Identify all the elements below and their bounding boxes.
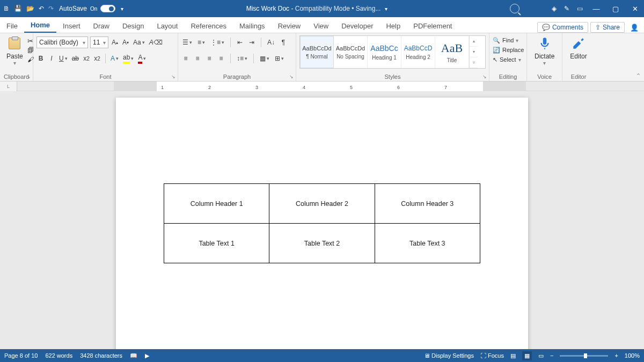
table-cell[interactable]: Table Text 1 bbox=[164, 224, 269, 263]
page[interactable]: Column Header 1 Column Header 2 Column H… bbox=[116, 98, 528, 349]
dialog-launcher-icon[interactable]: ↘ bbox=[289, 74, 294, 79]
save-icon[interactable]: 💾 bbox=[14, 5, 22, 12]
status-spell-icon[interactable]: 📖 bbox=[130, 352, 137, 359]
table-cell[interactable]: Table Text 2 bbox=[269, 224, 375, 263]
highlight-icon[interactable]: ab bbox=[122, 53, 135, 64]
zoom-slider[interactable] bbox=[560, 355, 608, 357]
borders-icon[interactable]: ⊞ bbox=[274, 53, 285, 64]
copy-icon[interactable]: 🗐 bbox=[27, 47, 34, 54]
paste-button[interactable]: Paste ▾ bbox=[3, 35, 26, 68]
clear-format-icon[interactable]: A⌫ bbox=[148, 36, 164, 48]
undo-icon[interactable]: ↶ bbox=[39, 5, 44, 12]
grow-font-icon[interactable]: A▴ bbox=[111, 36, 119, 48]
gallery-more-icon[interactable]: ▿ bbox=[470, 57, 478, 68]
cut-icon[interactable]: ✂ bbox=[27, 37, 34, 45]
style-nospacing[interactable]: AaBbCcDdNo Spacing bbox=[334, 36, 368, 68]
autosave-toggle[interactable]: AutoSave On bbox=[59, 5, 115, 12]
collapse-ribbon-icon[interactable]: ⌃ bbox=[636, 72, 641, 79]
font-color-icon[interactable]: A bbox=[137, 53, 147, 64]
plug-icon[interactable]: ✎ bbox=[564, 5, 569, 12]
strike-button[interactable]: ab bbox=[71, 53, 80, 64]
dictate-button[interactable]: Dictate▾ Voice bbox=[527, 33, 562, 81]
align-center-icon[interactable]: ≡ bbox=[193, 53, 202, 64]
autosave-disk-icon[interactable]: 🗎 bbox=[3, 5, 10, 12]
table-row[interactable]: Column Header 1 Column Header 2 Column H… bbox=[164, 184, 480, 224]
tab-insert[interactable]: Insert bbox=[56, 19, 87, 33]
tab-draw[interactable]: Draw bbox=[87, 19, 116, 33]
share-button[interactable]: ⇪ Share bbox=[590, 22, 625, 33]
view-print-icon[interactable]: ▦ bbox=[522, 351, 532, 360]
display-settings[interactable]: 🖥 Display Settings bbox=[424, 352, 474, 359]
status-words[interactable]: 622 words bbox=[45, 352, 72, 359]
redo-icon[interactable]: ↷ bbox=[48, 5, 54, 12]
gallery-up-icon[interactable]: ▴ bbox=[470, 36, 478, 47]
replace-button[interactable]: 🔄 Replace bbox=[493, 45, 523, 55]
text-effects-icon[interactable]: A bbox=[109, 53, 120, 64]
open-icon[interactable]: 📂 bbox=[26, 5, 34, 12]
tab-pdfelement[interactable]: PDFelement bbox=[407, 19, 458, 33]
style-title[interactable]: AaBTitle bbox=[435, 36, 469, 68]
zoom-out-icon[interactable]: − bbox=[550, 352, 553, 359]
style-heading1[interactable]: AaBbCcHeading 1 bbox=[368, 36, 401, 68]
horizontal-ruler[interactable]: L 1 2 3 4 5 6 7 bbox=[0, 82, 644, 91]
tab-mailings[interactable]: Mailings bbox=[233, 19, 272, 33]
subscript-button[interactable]: x2 bbox=[82, 53, 91, 64]
document-area[interactable]: Column Header 1 Column Header 2 Column H… bbox=[0, 91, 644, 349]
underline-button[interactable]: U bbox=[58, 53, 69, 64]
status-page[interactable]: Page 8 of 10 bbox=[4, 352, 38, 359]
table-row[interactable]: Table Text 1 Table Text 2 Table Text 3 bbox=[164, 224, 480, 263]
close-button[interactable]: ✕ bbox=[626, 0, 644, 17]
zoom-level[interactable]: 100% bbox=[625, 352, 640, 359]
dialog-launcher-icon[interactable]: ↘ bbox=[482, 74, 487, 79]
minimize-button[interactable]: — bbox=[587, 0, 605, 17]
style-normal[interactable]: AaBbCcDd¶ Normal bbox=[300, 36, 334, 68]
bullets-icon[interactable]: ☰ bbox=[181, 36, 193, 48]
tab-design[interactable]: Design bbox=[116, 19, 150, 33]
tab-file[interactable]: File bbox=[0, 19, 24, 33]
style-heading2[interactable]: AaBbCcDHeading 2 bbox=[401, 36, 435, 68]
superscript-button[interactable]: x2 bbox=[93, 53, 101, 64]
bold-button[interactable]: B bbox=[36, 53, 45, 64]
gallery-down-icon[interactable]: ▾ bbox=[470, 47, 478, 57]
line-spacing-icon[interactable]: ↕≡ bbox=[236, 53, 248, 64]
shading-icon[interactable]: ▦ bbox=[259, 53, 270, 64]
find-button[interactable]: 🔍 Find ▾ bbox=[493, 35, 523, 45]
tab-references[interactable]: References bbox=[184, 19, 232, 33]
diamond-icon[interactable]: ◈ bbox=[552, 5, 557, 12]
comments-button[interactable]: 💬 Comments bbox=[537, 22, 588, 33]
dialog-launcher-icon[interactable]: ↘ bbox=[26, 74, 31, 79]
dialog-launcher-icon[interactable]: ↘ bbox=[171, 74, 175, 79]
tab-developer[interactable]: Developer bbox=[335, 19, 379, 33]
font-size-combo[interactable]: 11▾ bbox=[90, 36, 108, 48]
status-macro-icon[interactable]: ▶ bbox=[145, 352, 149, 359]
table-cell[interactable]: Column Header 3 bbox=[375, 184, 480, 224]
tab-layout[interactable]: Layout bbox=[150, 19, 184, 33]
shrink-font-icon[interactable]: A▾ bbox=[121, 36, 130, 48]
table-cell[interactable]: Column Header 2 bbox=[269, 184, 375, 224]
align-left-icon[interactable]: ≡ bbox=[181, 53, 190, 64]
indent-icon[interactable]: ⇥ bbox=[247, 36, 256, 48]
sort-icon[interactable]: A↓ bbox=[266, 36, 276, 48]
align-right-icon[interactable]: ≡ bbox=[205, 53, 214, 64]
format-painter-icon[interactable]: 🖌 bbox=[27, 56, 34, 63]
select-button[interactable]: ↖ Select ▾ bbox=[493, 55, 523, 64]
tab-selector[interactable]: L bbox=[0, 82, 17, 91]
status-chars[interactable]: 3428 characters bbox=[80, 352, 122, 359]
italic-button[interactable]: I bbox=[47, 53, 56, 64]
tab-view[interactable]: View bbox=[307, 19, 335, 33]
tab-review[interactable]: Review bbox=[272, 19, 308, 33]
toggle-switch-icon[interactable] bbox=[100, 5, 115, 12]
outdent-icon[interactable]: ⇤ bbox=[236, 36, 244, 48]
focus-mode[interactable]: ⛶ Focus bbox=[480, 352, 504, 359]
view-web-icon[interactable]: ▭ bbox=[538, 352, 544, 359]
change-case-icon[interactable]: Aa bbox=[132, 36, 146, 48]
ribbon-display-icon[interactable]: ▭ bbox=[577, 5, 583, 12]
maximize-button[interactable]: ▢ bbox=[606, 0, 625, 17]
justify-icon[interactable]: ≡ bbox=[217, 53, 225, 64]
account-icon[interactable]: 👤 bbox=[630, 24, 639, 32]
editor-button[interactable]: Editor Editor bbox=[562, 33, 594, 81]
multilevel-icon[interactable]: ⋮≡ bbox=[209, 36, 225, 48]
numbering-icon[interactable]: ≡ bbox=[196, 36, 206, 48]
zoom-in-icon[interactable]: + bbox=[614, 352, 618, 359]
view-read-icon[interactable]: ▤ bbox=[510, 352, 516, 359]
